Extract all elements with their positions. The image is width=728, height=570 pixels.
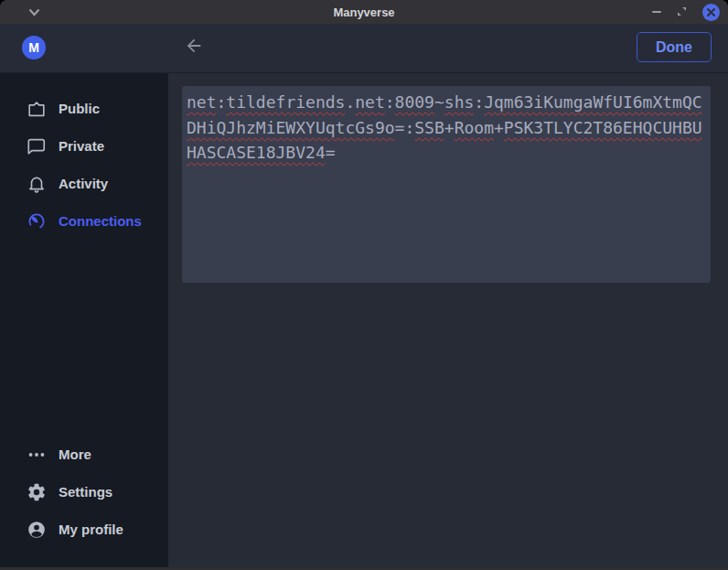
restore-icon bbox=[677, 4, 687, 20]
window-title: Manyverse bbox=[0, 5, 728, 19]
manyverse-logo: M bbox=[22, 36, 46, 59]
close-button[interactable] bbox=[702, 4, 720, 21]
sidebar-item-settings[interactable]: Settings bbox=[0, 473, 168, 511]
sidebar-bottom-group: MoreSettingsMy profile bbox=[0, 436, 168, 548]
connections-icon bbox=[27, 211, 47, 231]
sidebar-item-label: Settings bbox=[59, 484, 112, 500]
chevron-down-icon bbox=[28, 4, 40, 20]
close-icon bbox=[707, 4, 715, 20]
sidebar-item-private[interactable]: Private bbox=[0, 127, 168, 165]
invite-code-line: DHiQJhzMiEWXYUqtcGs9o=:SSB+Room+PSK3TLYC… bbox=[187, 115, 705, 141]
sidebar-item-my-profile[interactable]: My profile bbox=[0, 511, 168, 548]
sidebar-item-label: Activity bbox=[59, 176, 108, 191]
arrow-back-icon bbox=[184, 36, 204, 59]
main-content: net:tildefriends.net:8009~shs:Jqm63iKumg… bbox=[168, 73, 728, 570]
message-icon bbox=[27, 136, 47, 156]
window-menu-button[interactable] bbox=[28, 4, 40, 20]
app-body: PublicPrivateActivityConnections MoreSet… bbox=[0, 73, 728, 570]
invite-code-line: HASCASE18JBV24= bbox=[187, 140, 705, 166]
sidebar-item-activity[interactable]: Activity bbox=[0, 165, 168, 202]
sidebar-item-label: Public bbox=[59, 101, 100, 116]
minimize-button[interactable] bbox=[652, 11, 661, 13]
logo-letter: M bbox=[28, 40, 39, 55]
gear-icon bbox=[27, 482, 47, 502]
manyverse-window: Manyverse M Done PublicPrivateActivityCo… bbox=[0, 0, 728, 570]
profile-icon bbox=[27, 520, 47, 540]
invite-code-input[interactable]: net:tildefriends.net:8009~shs:Jqm63iKumg… bbox=[182, 86, 711, 283]
sidebar-item-public[interactable]: Public bbox=[0, 90, 168, 127]
home-icon bbox=[27, 99, 47, 119]
app-header: M Done bbox=[0, 24, 728, 73]
sidebar-item-label: Connections bbox=[59, 213, 142, 229]
ellipsis-icon bbox=[27, 445, 47, 465]
back-button[interactable] bbox=[179, 33, 209, 62]
sidebar: PublicPrivateActivityConnections MoreSet… bbox=[0, 73, 168, 570]
sidebar-item-label: My profile bbox=[59, 522, 123, 537]
restore-button[interactable] bbox=[677, 4, 687, 20]
done-button[interactable]: Done bbox=[637, 32, 712, 62]
sidebar-spacer bbox=[0, 240, 168, 436]
invite-code-line: net:tildefriends.net:8009~shs:Jqm63iKumg… bbox=[187, 90, 705, 115]
window-titlebar: Manyverse bbox=[0, 0, 728, 24]
window-controls bbox=[652, 0, 720, 24]
sidebar-item-label: More bbox=[59, 446, 91, 462]
sidebar-item-connections[interactable]: Connections bbox=[0, 202, 168, 240]
bell-icon bbox=[27, 174, 47, 194]
sidebar-item-more[interactable]: More bbox=[0, 436, 168, 473]
sidebar-top-group: PublicPrivateActivityConnections bbox=[0, 90, 168, 240]
sidebar-item-label: Private bbox=[59, 138, 104, 154]
done-button-label: Done bbox=[656, 39, 692, 56]
